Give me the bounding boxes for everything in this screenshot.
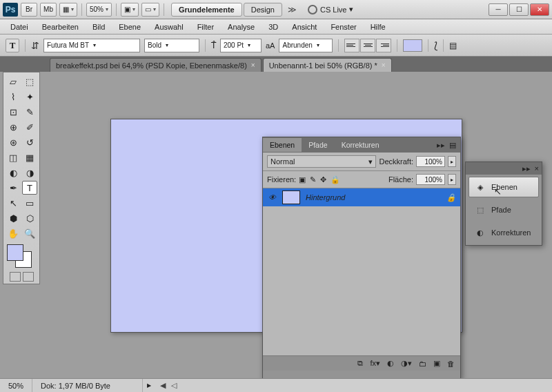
visibility-icon[interactable]: 👁 <box>267 193 277 202</box>
fill-value[interactable]: 100% <box>416 174 445 185</box>
side-item-korrekturen[interactable]: ◐ Korrekturen <box>469 222 539 243</box>
layer-row[interactable]: 👁 Hintergrund 🔒 <box>263 188 460 206</box>
panel-tab-ebenen[interactable]: Ebenen <box>263 138 302 152</box>
align-center[interactable] <box>360 39 375 52</box>
menu-bild[interactable]: Bild <box>86 21 111 33</box>
close-icon[interactable]: × <box>535 164 539 173</box>
lock-all-icon[interactable]: 🔒 <box>331 175 340 184</box>
document-tab[interactable]: breakeffekt.psd bei 64,9% (PSD Kopie, Eb… <box>50 58 262 72</box>
font-size-dd[interactable]: 200 Pt <box>220 39 262 52</box>
antialias-dd[interactable]: Abrunden <box>279 39 333 52</box>
align-left[interactable] <box>344 39 359 52</box>
fg-color[interactable] <box>7 244 23 261</box>
char-panel-icon[interactable]: ▤ <box>449 41 457 50</box>
workspace-tab-active[interactable]: Grundelemente <box>171 3 242 17</box>
move-tool[interactable]: ▱ <box>6 75 21 88</box>
panel-header: ▸▸× <box>466 162 542 175</box>
opacity-arrow[interactable]: ▸ <box>448 156 456 167</box>
menu-datei[interactable]: Datei <box>4 21 34 33</box>
crop-tool[interactable]: ⊡ <box>6 105 21 119</box>
view-extras-dd[interactable]: ▦ <box>59 3 77 17</box>
close-icon[interactable]: × <box>251 61 255 69</box>
lock-trans-icon[interactable]: ▣ <box>299 175 306 184</box>
group-icon[interactable]: 🗀 <box>419 360 426 368</box>
marquee-tool[interactable]: ⬚ <box>22 75 37 88</box>
lock-pixel-icon[interactable]: ✎ <box>310 175 316 184</box>
dodge-tool[interactable]: ◑ <box>22 166 37 179</box>
menu-hilfe[interactable]: Hilfe <box>364 21 392 33</box>
menu-filter[interactable]: Filter <box>191 21 220 33</box>
orientation-icon[interactable]: ⇵ <box>31 40 39 51</box>
stamp-tool[interactable]: ⊛ <box>6 135 21 149</box>
document-tab-active[interactable]: Unbenannt-1 bei 50% (RGB/8) *× <box>263 58 392 72</box>
wand-tool[interactable]: ✦ <box>22 90 37 104</box>
new-layer-icon[interactable]: ▣ <box>433 359 440 368</box>
quickmask-toggle[interactable] <box>6 272 37 282</box>
healing-tool[interactable]: ⊕ <box>6 120 21 134</box>
lasso-tool[interactable]: ⌇ <box>6 90 21 104</box>
panel-menu-icon[interactable]: ▤ <box>449 141 456 150</box>
mask-icon[interactable]: ◐ <box>387 359 394 368</box>
menu-ebene[interactable]: Ebene <box>112 21 147 33</box>
side-item-ebenen[interactable]: ◈ Ebenen <box>469 177 539 197</box>
arrange-dd[interactable]: ▣ <box>121 3 139 17</box>
font-family-dd[interactable]: Futura Md BT <box>43 39 140 52</box>
fx-icon[interactable]: fx▾ <box>370 359 380 368</box>
status-docinfo[interactable]: Dok: 1,97 MB/0 Byte <box>32 379 143 392</box>
side-item-pfade[interactable]: ⬚ Pfade <box>469 199 539 220</box>
cslive-button[interactable]: CS Live ▾ <box>308 5 354 14</box>
warp-text-icon[interactable]: ⟅ <box>434 40 437 51</box>
hand-tool[interactable]: ✋ <box>6 226 21 240</box>
panel-tab-korrekturen[interactable]: Korrekturen <box>335 138 386 152</box>
collapse-icon[interactable]: ▸▸ <box>437 141 445 150</box>
panel-tab-pfade[interactable]: Pfade <box>302 138 334 152</box>
fill-arrow[interactable]: ▸ <box>448 174 456 185</box>
tool-preset[interactable]: T <box>6 39 19 52</box>
3d-camera-tool[interactable]: ⬡ <box>22 211 37 225</box>
menu-auswahl[interactable]: Auswahl <box>148 21 190 33</box>
menu-fenster[interactable]: Fenster <box>324 21 362 33</box>
lock-pos-icon[interactable]: ✥ <box>320 175 326 184</box>
minibridge-button[interactable]: Mb <box>40 3 57 17</box>
close-icon[interactable]: × <box>382 61 386 69</box>
status-arrow-icon[interactable]: ▶ <box>143 382 155 389</box>
gradient-tool[interactable]: ▦ <box>22 150 37 164</box>
pen-tool[interactable]: ✒ <box>6 181 21 195</box>
align-right[interactable] <box>376 39 391 52</box>
expand-icon[interactable]: ▸▸ <box>522 164 531 173</box>
menu-analyse[interactable]: Analyse <box>221 21 261 33</box>
close-button[interactable]: ✕ <box>530 3 549 16</box>
menu-bearbeiten[interactable]: Bearbeiten <box>36 21 85 33</box>
color-swatches[interactable] <box>6 244 37 269</box>
workspace-tab-design[interactable]: Design <box>244 3 282 17</box>
zoom-dd[interactable]: 50% <box>86 3 112 17</box>
eyedropper-tool[interactable]: ✎ <box>22 105 37 119</box>
workspace-more[interactable]: ≫ <box>284 3 301 17</box>
delete-icon[interactable]: 🗑 <box>447 360 455 368</box>
paths-icon: ⬚ <box>475 204 486 215</box>
screenmode-dd[interactable]: ▭ <box>141 3 159 17</box>
bridge-button[interactable]: Br <box>21 3 37 17</box>
shape-tool[interactable]: ▭ <box>22 196 37 210</box>
menu-3d[interactable]: 3D <box>262 21 284 33</box>
font-weight-dd[interactable]: Bold <box>144 39 199 52</box>
path-tool[interactable]: ↖ <box>6 196 21 210</box>
history-brush-tool[interactable]: ↺ <box>22 135 37 149</box>
type-tool[interactable]: T <box>22 181 37 195</box>
zoom-tool[interactable]: 🔍 <box>22 226 37 240</box>
brush-tool[interactable]: ✐ <box>22 120 37 134</box>
blur-tool[interactable]: ◐ <box>6 166 21 179</box>
maximize-button[interactable]: ☐ <box>509 3 529 16</box>
opacity-value[interactable]: 100% <box>416 156 445 167</box>
layer-list[interactable]: 👁 Hintergrund 🔒 <box>263 188 460 355</box>
text-color[interactable] <box>403 39 422 52</box>
blend-mode-dd[interactable]: Normal▾ <box>267 155 376 168</box>
minimize-button[interactable]: ─ <box>489 3 508 16</box>
eraser-tool[interactable]: ◫ <box>6 150 21 164</box>
layer-thumb[interactable] <box>282 190 300 204</box>
status-zoom[interactable]: 50% <box>0 379 32 392</box>
3d-tool[interactable]: ⬢ <box>6 211 21 225</box>
menu-ansicht[interactable]: Ansicht <box>286 21 323 33</box>
link-icon[interactable]: ⧉ <box>357 359 363 368</box>
adjustment-icon[interactable]: ◑▾ <box>401 359 412 368</box>
